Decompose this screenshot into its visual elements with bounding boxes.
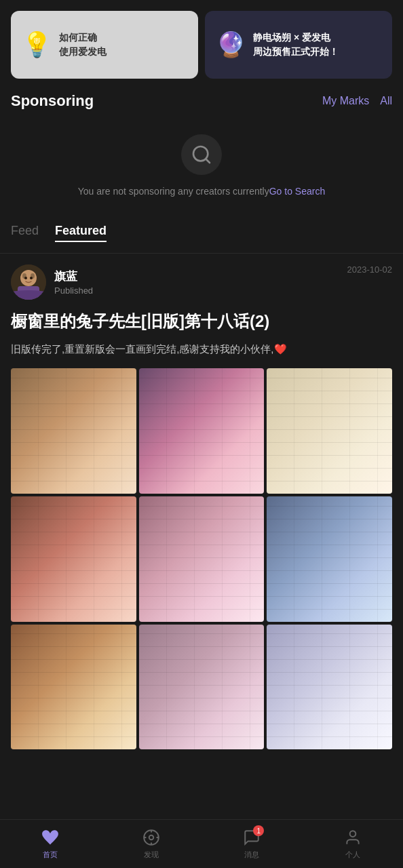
post-image-2[interactable] [139, 368, 265, 494]
svg-point-3 [20, 270, 37, 286]
banner-1-line2: 使用爱发电 [59, 45, 107, 59]
banner-card-2[interactable]: 🔮 静电场朔 × 爱发电 周边预售正式开始！ [205, 11, 392, 79]
banner-2-line1: 静电场朔 × 爱发电 [253, 31, 339, 45]
bottom-navigation: 首页 发现 1 消息 [0, 819, 403, 868]
banner-1-text: 如何正确 使用爱发电 [59, 31, 107, 59]
content-tabs: Feed Featured [0, 218, 403, 254]
empty-message: You are not sponsoring any creators curr… [78, 186, 269, 197]
page-content: 💡 如何正确 使用爱发电 🔮 静电场朔 × 爱发电 周边预售正式开始！ Spon… [0, 0, 403, 814]
post-image-1[interactable] [11, 368, 136, 494]
nav-item-discover[interactable]: 发现 [101, 828, 202, 860]
post-image-9[interactable] [267, 625, 392, 750]
post-image-3[interactable] [267, 368, 392, 494]
banner-card-1[interactable]: 💡 如何正确 使用爱发电 [11, 11, 198, 79]
svg-line-1 [206, 159, 210, 163]
nav-item-messages[interactable]: 1 消息 [202, 828, 303, 860]
post-author[interactable]: 旗蓝 Published [11, 264, 93, 300]
sponsoring-actions: My Marks All [322, 95, 392, 107]
post-container: 旗蓝 Published 2023-10-02 橱窗里的兔子先生[旧版]第十八话… [0, 254, 403, 760]
sponsoring-header: Sponsoring My Marks All [0, 87, 403, 118]
author-name: 旗蓝 [54, 269, 93, 284]
post-image-4[interactable] [11, 496, 136, 622]
post-image-5[interactable] [139, 496, 265, 622]
messages-badge: 1 [253, 825, 264, 836]
discover-icon [142, 828, 161, 847]
search-circle-icon [181, 134, 222, 175]
bulb-icon: 💡 [22, 31, 52, 59]
banner-2-line2: 周边预售正式开始！ [253, 45, 339, 59]
profile-label: 个人 [345, 850, 360, 860]
post-description: 旧版传完了,重置新版会一直画到完结,感谢支持我的小伙伴,❤️ [11, 341, 392, 357]
banner-section: 💡 如何正确 使用爱发电 🔮 静电场朔 × 爱发电 周边预售正式开始！ [0, 0, 403, 87]
svg-point-15 [349, 831, 356, 837]
sponsoring-title: Sponsoring [11, 92, 94, 110]
messages-label: 消息 [244, 850, 259, 860]
svg-point-7 [30, 277, 33, 279]
messages-icon: 1 [242, 828, 261, 847]
tab-feed[interactable]: Feed [11, 224, 39, 242]
svg-point-10 [149, 835, 154, 840]
profile-icon [343, 828, 362, 847]
banner-1-line1: 如何正确 [59, 31, 107, 45]
author-info: 旗蓝 Published [54, 269, 93, 296]
all-link[interactable]: All [380, 95, 392, 107]
svg-point-6 [24, 277, 27, 279]
tab-featured[interactable]: Featured [55, 224, 107, 242]
post-title[interactable]: 橱窗里的兔子先生[旧版]第十八话(2) [11, 311, 392, 332]
nav-item-profile[interactable]: 个人 [303, 828, 404, 860]
avatar [11, 264, 46, 300]
post-image-6[interactable] [267, 496, 392, 622]
nav-item-home[interactable]: 首页 [0, 828, 101, 860]
empty-sponsoring-state: You are not sponsoring any creators curr… [0, 118, 403, 218]
my-marks-link[interactable]: My Marks [322, 95, 369, 107]
home-icon [41, 828, 60, 847]
banner-2-text: 静电场朔 × 爱发电 周边预售正式开始！ [253, 31, 339, 59]
post-image-8[interactable] [139, 625, 265, 750]
post-image-7[interactable] [11, 625, 136, 750]
post-date: 2023-10-02 [347, 264, 393, 275]
discover-label: 发现 [144, 850, 159, 860]
empty-text: You are not sponsoring any creators curr… [78, 186, 325, 197]
go-to-search-link[interactable]: Go to Search [269, 186, 326, 197]
post-header: 旗蓝 Published 2023-10-02 [11, 264, 392, 300]
home-label: 首页 [43, 850, 58, 860]
magic-icon: 🔮 [216, 31, 246, 59]
post-status: Published [54, 285, 93, 296]
post-image-grid [11, 368, 392, 749]
